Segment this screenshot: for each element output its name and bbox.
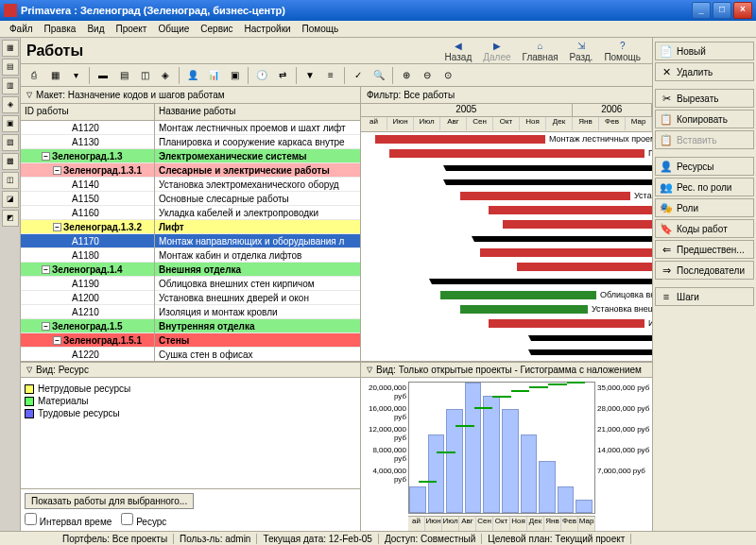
nav-help[interactable]: ?Помощь [604,39,641,62]
activity-row[interactable]: A1190Облицовка внешних стен кирпичом [21,277,360,291]
col-header-id[interactable]: ID работы [21,104,155,120]
roles-button[interactable]: 🎭Роли [655,198,754,217]
resource-checkbox[interactable]: Ресурс [121,513,166,527]
gantt-bar[interactable] [517,263,652,271]
histogram-bar[interactable] [483,396,500,513]
res-by-role-button[interactable]: 👥Рес. по роли [655,178,754,196]
tb-dropdown-icon[interactable]: ▾ [66,66,85,85]
tb-schedule-icon[interactable]: 🕐 [252,66,271,85]
activity-row[interactable]: A1180Монтаж кабин и отделка лифтов [21,248,360,263]
histogram-bar[interactable] [539,461,556,513]
collapse-icon[interactable]: − [53,336,61,345]
activity-row[interactable]: A1120Монтаж лестничных проемов и шахт ли… [21,121,360,135]
activity-row[interactable]: A1130Планировка и сооружение каркаса вну… [21,135,360,149]
collapse-icon[interactable]: − [42,265,50,274]
histogram-bar[interactable] [428,434,445,513]
resources-button[interactable]: 👤Ресурсы [655,157,754,176]
activity-row[interactable]: A1220Сушка стен в офисах [21,348,360,361]
histogram-chart[interactable]: 20,000,000 руб16,000,000 руб12,000,000 р… [361,378,652,531]
collapse-icon[interactable]: − [53,223,61,231]
legend-item[interactable]: Материалы [25,396,356,406]
strip-resources-icon[interactable]: ◈ [2,96,19,113]
predecessors-button[interactable]: ⇐Предшествен... [655,240,754,259]
strip-issues-icon[interactable]: ◪ [2,191,19,208]
show-activities-button[interactable]: Показать работы для выбранного... [25,493,194,509]
activity-row[interactable]: A1210Изоляция и монтаж кровли [21,305,360,319]
tb-zoom-out-icon[interactable]: ⊖ [418,66,437,85]
wbs-row[interactable]: − Зеленоград.1.5.1Стены [21,333,360,348]
collapse-icon[interactable]: − [53,166,61,175]
strip-reports-icon[interactable]: ▣ [2,115,19,132]
activity-row[interactable]: A1200Установка внешних дверей и окон [21,291,360,305]
tb-layout-icon[interactable]: ▦ [45,66,64,85]
strip-risks-icon[interactable]: ◩ [2,210,19,227]
gantt-summary-bar[interactable] [474,236,652,242]
gantt-bar[interactable] [460,192,630,200]
nav-home[interactable]: ⌂Главная [523,39,558,62]
gantt-bar[interactable] [503,220,652,229]
activity-row[interactable]: A1170Монтаж направляющих и оборудывания … [21,234,360,248]
delete-button[interactable]: ✕Удалить [655,62,754,81]
collapse-icon[interactable]: − [42,322,50,331]
gantt-summary-bar[interactable] [531,335,652,341]
twisty-icon[interactable]: ▽ [26,366,32,374]
gantt-bar[interactable] [375,135,545,144]
tb-zoom-fit-icon[interactable]: ⊙ [438,66,457,85]
gantt-summary-bar[interactable] [446,179,652,185]
activity-codes-button[interactable]: 🔖Коды работ [655,219,754,238]
nav-forward[interactable]: ▶Далее [483,39,510,62]
histogram-bar[interactable] [446,409,463,513]
twisty-icon[interactable]: ▽ [367,366,372,374]
gantt-bar[interactable] [480,248,652,257]
close-button[interactable]: × [733,2,752,19]
gantt-bar[interactable] [489,206,652,214]
histogram-bar[interactable] [558,486,575,513]
histogram-bar[interactable] [502,409,519,513]
tb-network-icon[interactable]: ◫ [135,66,154,85]
menu-вид[interactable]: Вид [81,24,110,34]
menu-проект[interactable]: Проект [110,24,152,34]
strip-expenses-icon[interactable]: ▩ [2,153,19,170]
layout-title[interactable]: ▽ Макет: Назначение кодов и шагов работа… [21,87,361,103]
steps-button[interactable]: ≡Шаги [655,287,754,306]
strip-projects-icon[interactable]: ▦ [2,40,19,57]
gantt-summary-bar[interactable] [531,349,652,355]
gantt-bar[interactable] [389,149,644,158]
gantt-bar[interactable] [440,291,596,299]
wbs-row[interactable]: − Зеленоград.1.5Внутренняя отделка [21,319,360,333]
histogram-title[interactable]: ▽ Вид: Только открытые проекты - Гистогр… [361,363,652,378]
legend-item[interactable]: Нетрудовые ресурсы [25,383,356,394]
tb-filter-icon[interactable]: ▼ [301,66,319,85]
minimize-button[interactable]: _ [692,2,711,19]
gantt-summary-bar[interactable] [432,279,652,284]
gantt-bar[interactable] [460,305,588,314]
strip-wbs-icon[interactable]: ▥ [2,77,19,94]
tb-spell-icon[interactable]: ✓ [349,66,368,85]
menu-общие[interactable]: Общие [152,24,195,34]
tb-gantt-icon[interactable]: ▬ [94,66,112,85]
menu-помощь[interactable]: Помощь [297,24,345,34]
strip-tracking-icon[interactable]: ▨ [2,134,19,151]
tb-trace-icon[interactable]: ◈ [156,66,175,85]
gantt-bar[interactable] [489,319,644,328]
activity-row[interactable]: A1140Установка электромеханического обор… [21,178,360,192]
tb-table-icon[interactable]: ▤ [114,66,133,85]
tb-profile-icon[interactable]: 📊 [204,66,223,85]
new-button[interactable]: 📄Новый [655,42,754,60]
successors-button[interactable]: ⇒Последователи [655,261,754,280]
histogram-bar[interactable] [409,486,426,513]
tb-level-icon[interactable]: ⇄ [273,66,292,85]
histogram-bar[interactable] [576,500,593,513]
histogram-bar[interactable] [465,383,482,513]
activity-row[interactable]: A1160Укладка кабелей и электропроводки [21,206,360,220]
wbs-row[interactable]: − Зеленоград.1.3.1Слесарные и электричес… [21,163,360,178]
histogram-bar[interactable] [521,434,538,513]
activity-row[interactable]: A1150Основные слесарные работы [21,192,360,206]
collapse-icon[interactable]: − [42,152,50,161]
nav-back[interactable]: ◀Назад [445,39,472,62]
interval-checkbox[interactable]: Интервал време [25,513,112,527]
gantt-summary-bar[interactable] [446,165,652,171]
maximize-button[interactable]: □ [713,2,731,19]
tb-find-icon[interactable]: 🔍 [369,66,388,85]
cut-button[interactable]: ✂Вырезать [655,89,754,108]
